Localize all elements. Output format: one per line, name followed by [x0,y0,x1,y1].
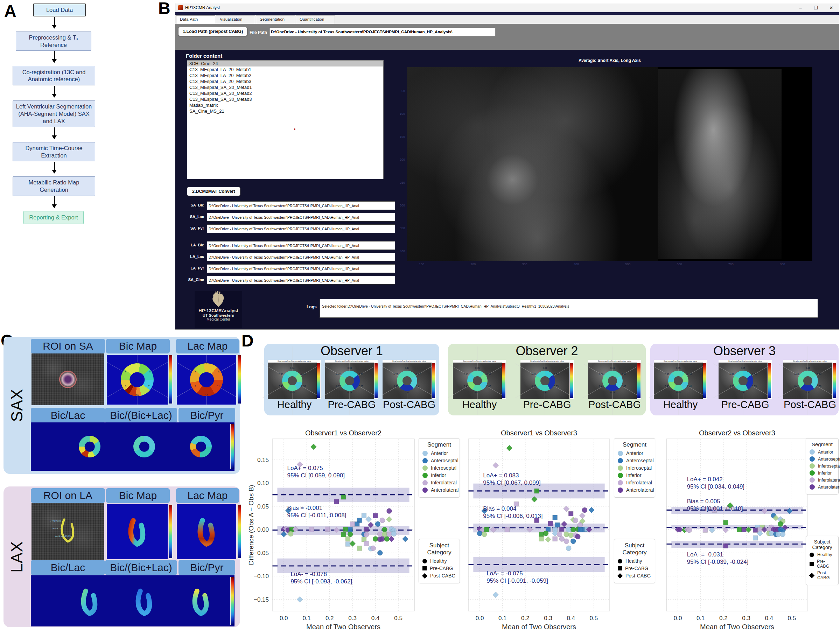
legend-entry: Anterior [618,450,651,456]
legend-label: Inferior [818,471,832,476]
segment-value: 0.41 [687,385,692,387]
legend-label: Inferolateral [818,478,840,483]
flow-step-7: Reporting & Export [24,211,84,224]
colorbar [230,577,234,625]
bland-altman-plot-3: LoA+ = 0.04295% CI [0.034, 0.049]Bias = … [661,429,811,631]
observer-card-2: Observer 2BicarbonateOverBicarbonateLact… [448,344,646,415]
folder-listbox[interactable]: 3CH_Cine_24C13_MEspiral_LA_20_Metab1C13_… [187,60,384,179]
svg-text:0.2: 0.2 [521,615,529,622]
plot-title: Observer1 vs Observer3 [501,429,577,437]
svg-text:0.2: 0.2 [325,615,334,622]
app-icon [178,5,183,10]
u-lac-shape [190,513,223,551]
image-viewer[interactable] [407,67,812,261]
observer-map-tile: BicarbonateOverBicarbonateLactate_value0… [268,360,321,399]
segment-number: 8 [194,370,196,372]
main-area: Folder content 3CH_Cine_24C13_MEspiral_L… [175,50,839,329]
segment-legend-title: Segment [618,441,651,448]
loa_plus-annotation: LoA+ = 0.042 [687,476,723,483]
list-item[interactable]: 3CH_Cine_24 [187,60,383,66]
legend-column-1: SegmentAnteriorAnteroseptalInferoseptalI… [418,438,460,584]
cardiac-map-image: 0.360.260.300.290.320.42 [325,363,374,399]
diamond-marker-icon [809,573,815,578]
u-bic-tile [107,504,167,559]
circle-marker-icon [618,559,622,563]
segment-value: 0.35 [543,391,547,394]
list-item[interactable]: C13_MEspiral_LA_20_Metab1 [187,66,383,73]
dcm2mat-convert-button[interactable]: 2.DCM2MAT Convert [187,187,240,196]
legend-label: Post-CABG [817,571,835,580]
list-item[interactable]: C13_MEspiral_SA_30_Metab1 [187,84,383,90]
tab-segmentation[interactable]: Segmentation [256,16,295,24]
subject-category-legend: Subject CategoryHealthyPre-CABGPost-CABG [806,536,838,585]
observer-map-tile: BicarbonateOverBicarbonateLactate_value0… [783,360,837,399]
segment-value: 0.33 [752,385,757,387]
tab-visualization[interactable]: Visualization [216,16,255,24]
legend-column-3: SegmentAnteriorAnteroseptalInferoseptalI… [806,438,838,585]
cardiac-map-image: 0.310.300.330.350.370.41 [521,363,570,399]
load-path-button[interactable]: 1.Load Path (pre/post CABG) [178,27,248,36]
path-field-row: LA_Pyr [175,264,399,273]
list-item[interactable]: SA_Cine_MS_21 [187,108,383,114]
loa_plus-annotation: LoA+ = 0.075 [287,465,323,472]
legend-swatch [618,487,623,493]
legend-label: Anteroseptal [818,457,840,462]
segment-value: 0.33 [554,385,559,387]
logs-box[interactable]: Selected folder:D:\OneDrive - University… [319,299,818,318]
svg-text:0.5: 0.5 [788,615,796,622]
subject-legend-title: Subject Category [810,539,835,550]
path-field-label: LA_Pyr [185,266,204,270]
path-field-input[interactable] [207,201,395,210]
viewer-x-tick: 700 [728,262,734,266]
tile-chip: Bic Map [106,339,170,353]
aha-segment-ring [282,371,302,391]
subject-legend-title: Subject Category [618,542,651,556]
list-item[interactable]: C13_MEspiral_SA_30_Metab3 [187,96,383,102]
legend-label: Inferoseptal [431,465,456,471]
segment-value: 0.36 [347,366,352,369]
bias-annotation: Bias = -0.001 [287,505,323,511]
list-item[interactable]: C13_MEspiral_LA_20_Metab2 [187,73,383,78]
list-item[interactable]: Matlab_matrix [187,102,383,108]
path-field-input[interactable] [207,264,395,273]
path-field-input[interactable] [207,213,395,221]
file-path-input[interactable] [269,28,495,36]
tab-quantification[interactable]: Quantification [296,16,335,24]
legend-entry: Inferolateral [618,480,651,486]
path-field-input[interactable] [207,276,395,284]
bland-altman-plot-1: LoA+ = 0.07595% CI [0.059, 0.090]Bias = … [247,429,417,631]
viewer-x-tick: 400 [574,262,579,266]
path-field-input[interactable] [207,253,395,262]
tab-data-path[interactable]: Data Path [176,16,215,24]
list-item[interactable]: C13_MEspiral_SA_30_Metab2 [187,90,383,96]
aha-segment-ring [339,371,360,391]
segment-legend: SegmentAnteriorAnteroseptalInferoseptalI… [418,438,460,498]
cardiac-map-image: 0.450.430.420.470.410.41 [453,363,502,399]
colorbar [703,363,707,398]
svg-text:0.2: 0.2 [719,615,728,622]
segment-value: 0.43 [486,373,491,375]
list-item[interactable]: C13_MEspiral_LA_20_Metab3 [187,78,383,84]
segment-value: 0.47 [416,373,421,375]
observer-title: Observer 1 [264,344,439,358]
restore-button[interactable]: ❐ [808,3,824,12]
viewer-x-tick: 100 [419,262,424,266]
roi-annotation: A-4 L split:13-15 [55,535,70,537]
path-field-input[interactable] [207,241,395,250]
ratio-maps-strip [31,575,235,626]
aha-segment-ring [397,371,417,391]
close-button[interactable]: ✕ [824,3,839,12]
minimize-button[interactable]: – [793,3,808,12]
legend-label: Anteroseptal [431,458,458,463]
observer-map-tile: BicarbonateOverBicarbonateLactate_value0… [382,360,436,399]
segment-value: 0.47 [279,385,283,387]
legend-swatch [422,480,428,486]
svg-text:0.0: 0.0 [279,615,288,622]
path-field-input[interactable] [207,224,395,233]
flow-step-3: Co-registration (13C and Anatomic refere… [13,66,95,85]
legend-swatch [810,477,815,483]
legend-entry: Pre-CABG [810,559,835,569]
segment-value: 0.30 [554,373,559,375]
svg-text:0.3: 0.3 [742,615,750,622]
roi-annotation: Apical L-2 [52,527,62,530]
